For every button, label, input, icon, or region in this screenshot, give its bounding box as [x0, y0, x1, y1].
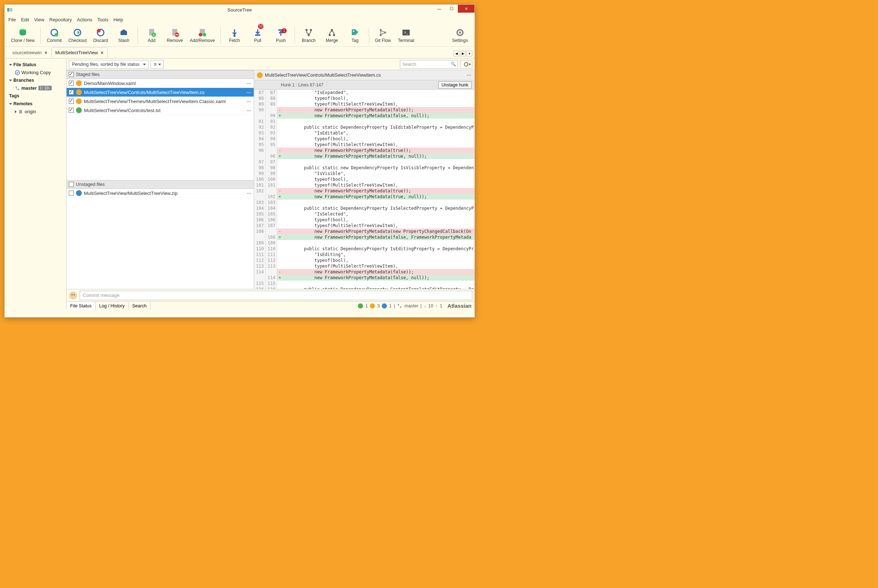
diff-line[interactable]: 105105 "IsSelected", — [254, 211, 475, 217]
add-button[interactable]: + Add — [141, 25, 162, 46]
diff-line[interactable]: 8989 typeof(MultiSelectTreeViewItem), — [254, 101, 475, 107]
diff-line[interactable]: 9595 typeof(MultiSelectTreeViewItem), — [254, 142, 475, 147]
diff-line[interactable]: 8888 typeof(bool), — [254, 96, 475, 101]
tab-search[interactable]: Search — [128, 302, 150, 310]
menu-help[interactable]: Help — [113, 17, 123, 22]
file-checkbox[interactable] — [69, 81, 74, 86]
fetch-button[interactable]: Fetch — [224, 25, 245, 46]
branch-button[interactable]: Branch — [298, 25, 320, 46]
file-row[interactable]: MultiSelectTreeView/MultiSelectTreeView.… — [66, 189, 254, 198]
diff-line[interactable]: 111111 "IsEditing", — [254, 252, 475, 258]
diff-line[interactable]: 114- new FrameworkPropertyMetadata(false… — [254, 269, 475, 275]
diff-line[interactable]: 100100 typeof(bool), — [254, 177, 475, 182]
menu-view[interactable]: View — [34, 17, 44, 22]
filter-dropdown[interactable]: Pending files, sorted by file status — [69, 60, 148, 69]
diff-menu[interactable]: ⋯ — [466, 72, 472, 78]
diff-line[interactable]: 90- new FrameworkPropertyMetadata(false)… — [254, 107, 475, 113]
diff-line[interactable]: 106106 typeof(bool), — [254, 217, 475, 223]
file-row[interactable]: Demo/MainWindow.xaml⋯ — [66, 79, 254, 88]
diff-line[interactable]: 114+ new FrameworkPropertyMetadata(false… — [254, 275, 475, 280]
titlebar[interactable]: SourceTree — ☐ ✕ — [5, 5, 475, 15]
diff-line[interactable]: 110110 public static DependencyProperty … — [254, 246, 475, 252]
minimize-button[interactable]: — — [433, 5, 445, 13]
addremove-button[interactable]: Add/Remove — [187, 25, 218, 46]
options-button[interactable] — [460, 60, 472, 69]
tab-nav-right[interactable]: ▶ — [460, 51, 466, 56]
tab-nav-list[interactable]: ▾ — [466, 51, 472, 56]
file-row[interactable]: MultiSelectTreeView/Controls/test.txt⋯ — [66, 106, 254, 115]
settings-button[interactable]: Settings — [449, 25, 471, 46]
sidebar-origin[interactable]: origin — [6, 108, 65, 116]
merge-button[interactable]: Merge — [321, 25, 343, 46]
diff-line[interactable]: 9393 "IsEditable", — [254, 130, 475, 136]
gitflow-button[interactable]: Git Flow — [372, 25, 394, 46]
file-checkbox[interactable] — [69, 108, 74, 113]
maximize-button[interactable]: ☐ — [445, 5, 458, 13]
menu-file[interactable]: File — [8, 17, 16, 22]
view-dropdown[interactable]: ≡ — [150, 60, 164, 69]
tab-sourcetreewin[interactable]: sourcetreewin× — [8, 47, 51, 57]
tag-button[interactable]: Tag — [344, 25, 366, 46]
diff-line[interactable]: 112112 typeof(bool), — [254, 258, 475, 263]
sidebar-branches[interactable]: Branches — [6, 76, 65, 84]
diff-line[interactable]: 9999 "IsVisible", — [254, 171, 475, 177]
diff-line[interactable]: 107107 typeof(MultiSelectTreeViewItem), — [254, 223, 475, 228]
remove-button[interactable]: Remove — [164, 25, 186, 46]
menu-actions[interactable]: Actions — [77, 17, 92, 22]
diff-code[interactable]: 8787 "IsExpanded",8888 typeof(bool),8989… — [254, 90, 475, 289]
diff-line[interactable]: 108+ new FrameworkPropertyMetadata(false… — [254, 234, 475, 240]
diff-line[interactable]: 109109 — [254, 240, 475, 246]
file-checkbox[interactable] — [69, 190, 74, 196]
push-button[interactable]: 1 Push — [270, 25, 292, 46]
clone-button[interactable]: Clone / New — [8, 25, 37, 46]
diff-line[interactable]: 101101 typeof(MultiSelectTreeViewItem), — [254, 182, 475, 188]
diff-line[interactable]: 104104 public static DependencyProperty … — [254, 206, 475, 211]
discard-button[interactable]: Discard — [90, 25, 111, 46]
diff-line[interactable]: 9494 typeof(bool), — [254, 136, 475, 142]
close-icon[interactable]: × — [101, 50, 104, 56]
commit-message-input[interactable]: Commit message — [80, 291, 472, 300]
search-input[interactable]: Search 🔍 — [400, 60, 458, 69]
tab-loghistory[interactable]: Log / History — [96, 302, 128, 310]
sidebar-remotes[interactable]: Remotes — [6, 100, 65, 108]
tab-nav-left[interactable]: ◀ — [454, 51, 459, 56]
file-menu[interactable]: ⋯ — [247, 99, 251, 104]
sidebar-master[interactable]: master 1↑ 10↓ — [6, 84, 65, 92]
unstage-hunk-button[interactable]: Unstage hunk — [438, 81, 472, 88]
file-menu[interactable]: ⋯ — [247, 190, 251, 196]
file-menu[interactable]: ⋯ — [247, 81, 251, 86]
unstage-all-checkbox[interactable] — [69, 182, 74, 187]
terminal-button[interactable]: >_ Terminal — [395, 25, 417, 46]
commit-button[interactable]: Commit — [44, 25, 65, 46]
diff-line[interactable]: 108- new FrameworkPropertyMetadata(new P… — [254, 228, 475, 234]
diff-line[interactable]: 96- new FrameworkPropertyMetadata(true))… — [254, 147, 475, 153]
pull-button[interactable]: 10 Pull — [247, 25, 269, 46]
diff-line[interactable]: 9797 — [254, 159, 475, 165]
file-row[interactable]: MultiSelectTreeView/Themes/MultiSelectTr… — [66, 97, 254, 106]
diff-line[interactable]: 9292 public static DependencyProperty Is… — [254, 124, 475, 130]
file-checkbox[interactable] — [69, 90, 74, 95]
stage-all-checkbox[interactable] — [69, 72, 74, 77]
diff-line[interactable]: 90+ new FrameworkPropertyMetadata(false,… — [254, 113, 475, 118]
diff-line[interactable]: 9191 — [254, 118, 475, 124]
diff-line[interactable]: 8787 "IsExpanded", — [254, 90, 475, 96]
tab-multiselecttreeview[interactable]: MultiSelectTreeView× — [51, 47, 107, 57]
sidebar-filestatus[interactable]: File Status — [6, 61, 65, 69]
menu-tools[interactable]: Tools — [97, 17, 108, 22]
diff-line[interactable]: 103103 — [254, 200, 475, 206]
diff-line[interactable]: 115115 — [254, 280, 475, 286]
file-menu[interactable]: ⋯ — [247, 90, 251, 95]
stash-button[interactable]: Stash — [113, 25, 135, 46]
menu-repository[interactable]: Repository — [49, 17, 72, 22]
file-checkbox[interactable] — [69, 99, 74, 104]
diff-line[interactable]: 96+ new FrameworkPropertyMetadata(true, … — [254, 153, 475, 159]
diff-line[interactable]: 9898 public static new DependencyPropert… — [254, 165, 475, 171]
sidebar-workingcopy[interactable]: Working Copy — [6, 69, 65, 76]
diff-line[interactable]: 113113 typeof(MultiSelectTreeViewItem), — [254, 263, 475, 269]
checkout-button[interactable]: Checkout — [66, 25, 88, 46]
file-row[interactable]: MultiSelectTreeView/Controls/MultiSelect… — [66, 88, 254, 97]
sidebar-tags[interactable]: Tags — [6, 92, 65, 100]
close-button[interactable]: ✕ — [458, 5, 475, 13]
menu-edit[interactable]: Edit — [21, 17, 29, 22]
close-icon[interactable]: × — [45, 50, 47, 56]
